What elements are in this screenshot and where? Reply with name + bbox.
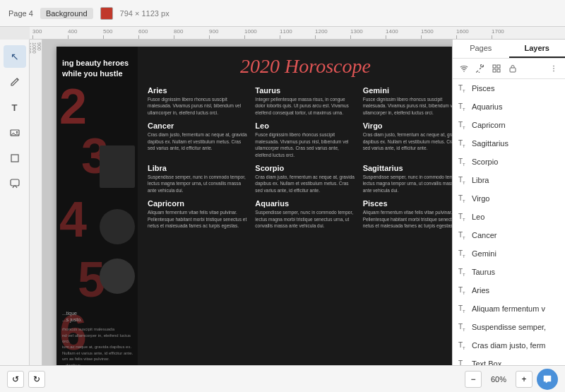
shape-tool[interactable] xyxy=(4,147,26,170)
ruler-tick: 500 xyxy=(103,28,138,39)
layer-label: Aliquam fermentum v xyxy=(472,304,559,313)
product-image-1 xyxy=(100,145,135,188)
layer-item-gemini[interactable]: TT Gemini xyxy=(453,244,565,263)
layer-item-sagittarius[interactable]: TT Sagittarius xyxy=(453,134,565,153)
text-tool[interactable]: T xyxy=(4,96,26,119)
svg-point-12 xyxy=(553,68,554,69)
page-dimensions: 794 × 1123 px xyxy=(120,9,170,18)
chat-button[interactable] xyxy=(537,369,558,390)
image-tool[interactable] xyxy=(4,121,26,144)
ruler-tick: 1200 xyxy=(315,28,350,39)
zoom-level: 60% xyxy=(486,375,511,384)
layer-label: Cancer xyxy=(472,231,559,239)
layer-item-textbox[interactable]: TT Text Box xyxy=(453,355,565,365)
page-canvas: ing beauty heroes while you hustle 2 3 4… xyxy=(56,47,452,365)
text-layer-icon: TT xyxy=(458,231,468,240)
layer-label: Leo xyxy=(472,213,559,221)
layer-label: Sagittarius xyxy=(472,139,559,148)
sign-pisces: Pisces Aliquam fermentum vitae felis vit… xyxy=(363,199,452,229)
text-layer-icon: TT xyxy=(458,286,468,295)
product-image-2 xyxy=(100,209,135,244)
layer-item-aries[interactable]: TT Aries xyxy=(453,281,565,299)
ruler-tick: 1100 xyxy=(280,28,315,39)
pen-tool[interactable] xyxy=(4,71,26,93)
text-layer-icon: TT xyxy=(458,213,468,222)
layer-item-aliquam1[interactable]: TT Aliquam fermentum v xyxy=(453,299,565,318)
tagline: ing beauty heroes while you hustle xyxy=(62,58,132,80)
left-strip: ing beauty heroes while you hustle 2 3 4… xyxy=(56,47,138,365)
bottom-controls-left: ↺ ↻ xyxy=(7,371,45,388)
layer-item-scorpio[interactable]: TT Scorpio xyxy=(453,153,565,171)
layer-item-cancer[interactable]: TT Cancer xyxy=(453,226,565,244)
panel-icon-grid[interactable] xyxy=(489,61,504,76)
panel-icon-wifi[interactable] xyxy=(457,61,471,76)
svg-marker-1 xyxy=(11,133,19,136)
sign-scorpio: Scorpio Cras diam justo, fermentum ac ne… xyxy=(255,164,355,194)
panel-icon-row xyxy=(453,59,565,79)
svg-point-13 xyxy=(553,71,554,72)
panel-tabs: Pages Layers xyxy=(453,40,565,59)
svg-point-11 xyxy=(553,66,554,67)
panel-icon-link[interactable] xyxy=(473,61,487,76)
layer-label: Aquarius xyxy=(472,102,559,111)
text-layer-icon: TT xyxy=(458,360,468,366)
layer-label: Gemini xyxy=(472,249,559,258)
redo-button[interactable]: ↻ xyxy=(28,371,45,388)
sign-aquarius: Aquarius Suspendisse semper, nunc in com… xyxy=(255,199,355,229)
svg-rect-10 xyxy=(510,68,516,72)
sign-cancer: Cancer Cras diam justo, fermentum ac neq… xyxy=(148,121,248,158)
ruler-tick: 1500 xyxy=(421,28,456,39)
layer-item-taurus[interactable]: TT Taurus xyxy=(453,263,565,281)
text-layer-icon: TT xyxy=(458,176,468,185)
layer-item-libra[interactable]: TT Libra xyxy=(453,171,565,189)
layer-label: Capricorn xyxy=(472,121,559,129)
canvas-area[interactable]: ing beauty heroes while you hustle 2 3 4… xyxy=(42,40,452,365)
sign-gemini: Gemini Fusce dignissim libero rhoncus su… xyxy=(363,86,452,116)
ruler-tick: 1600 xyxy=(456,28,492,39)
layer-item-aquarius[interactable]: TT Aquarius xyxy=(453,97,565,116)
tab-layers[interactable]: Layers xyxy=(509,40,566,58)
layer-item-suspendisse1[interactable]: TT Suspendisse semper, xyxy=(453,318,565,336)
signs-grid: Aries Fusce dignissim libero rhoncus sus… xyxy=(148,86,452,229)
left-toolbar: ↖ T xyxy=(0,40,30,365)
zoom-out-button[interactable]: − xyxy=(465,371,482,388)
svg-point-5 xyxy=(463,71,465,72)
text-layer-icon: TT xyxy=(458,139,468,148)
sign-taurus: Taurus Integer pellentesque massa risus,… xyxy=(255,86,355,116)
text-layer-icon: TT xyxy=(458,84,468,93)
tag-color-swatch[interactable] xyxy=(100,7,113,20)
background-tag[interactable]: Background xyxy=(40,8,93,19)
text-layer-icon: TT xyxy=(458,304,468,314)
layer-label: Libra xyxy=(472,176,559,184)
comment-tool[interactable] xyxy=(4,172,26,195)
big-number-2: 2 xyxy=(59,82,87,131)
svg-rect-9 xyxy=(497,69,500,72)
horoscope-title: 2020 Horoscope xyxy=(148,55,452,78)
svg-rect-8 xyxy=(493,69,496,72)
layer-item-capricorn[interactable]: TT Capricorn xyxy=(453,116,565,134)
select-tool[interactable]: ↖ xyxy=(4,45,26,68)
sign-leo: Leo Fusce dignissim libero rhoncus susci… xyxy=(255,121,355,158)
layer-item-cras1[interactable]: TT Cras diam justo, ferm xyxy=(453,336,565,355)
bottom-text: ...tique...s justo. rhoncus suscipit mal… xyxy=(62,310,135,365)
panel-icon-lock[interactable] xyxy=(506,61,520,76)
layer-label: Suspendisse semper, xyxy=(472,323,559,331)
main-area: ↖ T 900 1000 1100 1200 1300 i xyxy=(0,40,565,365)
panel-icon-more[interactable] xyxy=(547,61,561,76)
tab-pages[interactable]: Pages xyxy=(453,40,509,58)
layers-list[interactable]: TT Pisces TT Aquarius TT Capricorn TT Sa… xyxy=(453,79,565,365)
layer-item-pisces[interactable]: TT Pisces xyxy=(453,79,565,97)
undo-button[interactable]: ↺ xyxy=(7,371,24,388)
ruler-tick: 1400 xyxy=(386,28,421,39)
layer-label: Cras diam justo, ferm xyxy=(472,341,559,350)
ruler-tick: 900 xyxy=(209,28,244,39)
horoscope-content: 2020 Horoscope Aries Fusce dignissim lib… xyxy=(138,47,452,365)
layer-item-virgo[interactable]: TT Virgo xyxy=(453,189,565,208)
layer-item-leo[interactable]: TT Leo xyxy=(453,208,565,226)
zoom-in-button[interactable]: + xyxy=(516,371,533,388)
ruler-tick: 1700 xyxy=(492,28,527,39)
sign-capricorn: Capricorn Aliquam fermentum vitae felis … xyxy=(148,199,248,229)
top-bar: Page 4 Background 794 × 1123 px xyxy=(0,0,565,27)
ruler-ticks: 300 400 500 600 800 900 1000 1100 1200 1… xyxy=(30,27,527,39)
sign-sagittarius: Sagittarius Suspendisse semper, nunc in … xyxy=(363,164,452,194)
